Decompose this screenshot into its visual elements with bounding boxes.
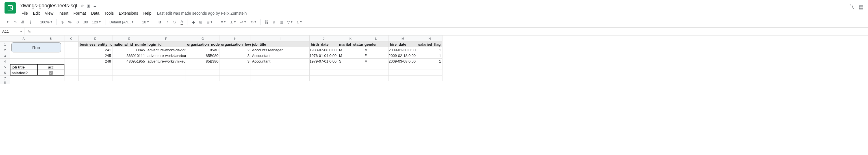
borders-icon[interactable]: ⊞: [197, 18, 204, 26]
comments-icon[interactable]: ▤: [859, 4, 864, 10]
col-header[interactable]: C: [64, 36, 79, 42]
undo-icon[interactable]: ↶: [4, 18, 11, 26]
formula-input[interactable]: [34, 28, 868, 35]
row-header[interactable]: 3: [0, 53, 10, 59]
cell[interactable]: [64, 70, 79, 76]
menu-insert[interactable]: Insert: [56, 10, 71, 16]
decrease-decimal-icon[interactable]: .0: [74, 18, 81, 26]
table-header[interactable]: organization_level: [220, 42, 251, 47]
cell[interactable]: [186, 64, 220, 70]
table-header[interactable]: job_title: [251, 42, 310, 47]
cell[interactable]: [338, 76, 363, 81]
cell[interactable]: [338, 70, 363, 76]
menu-format[interactable]: Format: [71, 10, 88, 16]
cell[interactable]: 1983-07-08 0:00: [310, 47, 338, 53]
move-icon[interactable]: ▣: [87, 4, 90, 8]
zoom-dropdown[interactable]: 100%▼: [38, 19, 54, 25]
select-all-corner[interactable]: [0, 36, 10, 42]
cell[interactable]: [417, 70, 442, 76]
cell[interactable]: [113, 70, 146, 76]
cell[interactable]: [417, 76, 442, 81]
row-header[interactable]: 8: [0, 81, 10, 84]
text-color-icon[interactable]: A: [179, 18, 185, 26]
cell[interactable]: [79, 70, 113, 76]
wrap-dropdown[interactable]: ↵▼: [239, 19, 248, 25]
cell[interactable]: 1976-01-04 0:00: [310, 53, 338, 59]
row-header[interactable]: 5: [0, 64, 10, 70]
table-header[interactable]: birth_date: [310, 42, 338, 47]
col-header[interactable]: A: [10, 36, 37, 42]
cell[interactable]: [220, 70, 251, 76]
cell[interactable]: Accounts Manager: [251, 47, 310, 53]
percent-icon[interactable]: %: [66, 18, 73, 26]
menu-extensions[interactable]: Extensions: [116, 10, 140, 16]
cell[interactable]: [79, 76, 113, 81]
cell[interactable]: [389, 64, 417, 70]
currency-icon[interactable]: $: [59, 18, 66, 26]
cell[interactable]: adventure-works\barbara1: [146, 53, 186, 59]
row-header[interactable]: 6: [0, 70, 10, 76]
cell[interactable]: M: [363, 59, 389, 64]
comment-icon[interactable]: ⊕: [271, 18, 277, 26]
row-header[interactable]: 2: [0, 47, 10, 53]
menu-file[interactable]: File: [19, 10, 30, 16]
increase-decimal-icon[interactable]: .00: [81, 18, 90, 26]
last-edit-link[interactable]: Last edit was made seconds ago by Felix …: [157, 11, 247, 15]
activity-icon[interactable]: 〽: [849, 4, 854, 10]
cell[interactable]: 1: [417, 53, 442, 59]
col-header[interactable]: G: [186, 36, 220, 42]
menu-view[interactable]: View: [43, 10, 56, 16]
cell[interactable]: 363910111: [113, 53, 146, 59]
cell[interactable]: 2: [220, 47, 251, 53]
col-header[interactable]: M: [389, 36, 417, 42]
filter-dropdown[interactable]: ▽▼: [285, 19, 295, 25]
cell[interactable]: 85A0: [186, 47, 220, 53]
cell[interactable]: 85B380: [186, 59, 220, 64]
cell[interactable]: [113, 64, 146, 70]
cell[interactable]: M: [338, 47, 363, 53]
paint-format-icon[interactable]: ⟆: [27, 18, 34, 26]
redo-icon[interactable]: ↷: [12, 18, 19, 26]
col-header[interactable]: L: [363, 36, 389, 42]
italic-icon[interactable]: I: [164, 18, 170, 26]
cell[interactable]: 2009-02-18 0:00: [389, 53, 417, 59]
col-header[interactable]: J: [310, 36, 338, 42]
cell[interactable]: adventure-works\david6: [146, 47, 186, 53]
cell[interactable]: [37, 53, 64, 59]
menu-data[interactable]: Data: [89, 10, 102, 16]
cell[interactable]: [338, 64, 363, 70]
cell[interactable]: 3: [220, 53, 251, 59]
cell[interactable]: [251, 76, 310, 81]
cell[interactable]: 85B080: [186, 53, 220, 59]
cell[interactable]: S: [338, 59, 363, 64]
cell[interactable]: [310, 70, 338, 76]
menu-edit[interactable]: Edit: [31, 10, 42, 16]
cell[interactable]: [389, 76, 417, 81]
cell[interactable]: Accountant: [251, 53, 310, 59]
menu-tools[interactable]: Tools: [102, 10, 116, 16]
table-header[interactable]: salaried_flag: [417, 42, 442, 47]
strike-icon[interactable]: S: [171, 18, 178, 26]
table-header[interactable]: organization_node: [186, 42, 220, 47]
cell[interactable]: [310, 64, 338, 70]
cell[interactable]: [251, 70, 310, 76]
checkbox-icon[interactable]: [49, 71, 53, 75]
col-header[interactable]: K: [338, 36, 363, 42]
col-header[interactable]: B: [37, 36, 64, 42]
cell[interactable]: [363, 76, 389, 81]
cloud-icon[interactable]: ☁: [93, 4, 97, 8]
table-header[interactable]: business_entity_id: [79, 42, 113, 47]
cell[interactable]: [113, 76, 146, 81]
col-header[interactable]: H: [220, 36, 251, 42]
col-header[interactable]: F: [146, 36, 186, 42]
cell[interactable]: 248: [79, 59, 113, 64]
cell[interactable]: Accountant: [251, 59, 310, 64]
cell[interactable]: M: [363, 47, 389, 53]
col-header[interactable]: I: [251, 36, 310, 42]
cell[interactable]: [79, 64, 113, 70]
cell[interactable]: 30845: [113, 47, 146, 53]
cell[interactable]: [220, 64, 251, 70]
functions-dropdown[interactable]: Σ▼: [295, 19, 304, 25]
cell[interactable]: [64, 59, 79, 64]
cell[interactable]: [64, 53, 79, 59]
